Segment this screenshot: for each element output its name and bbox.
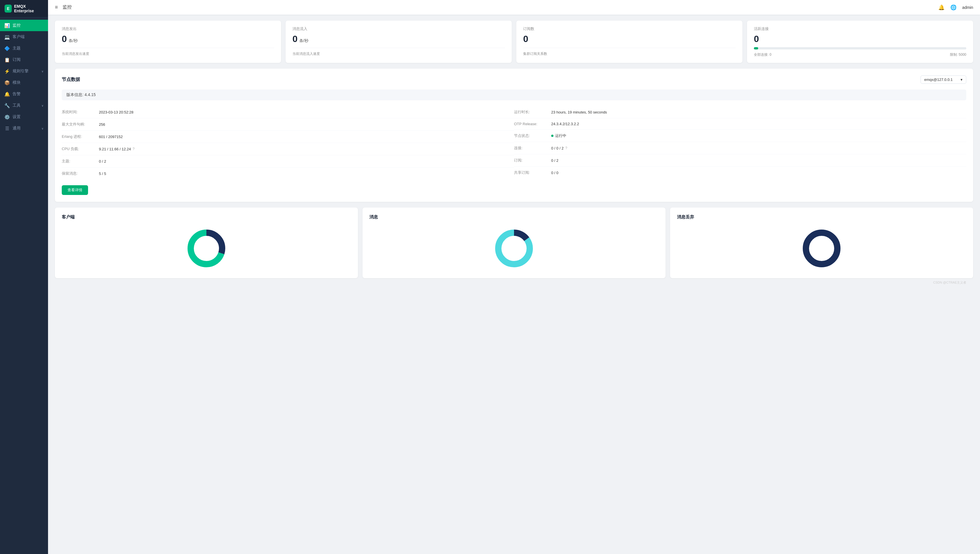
info-row: Erlang 进程: 601 / 2097152 [62,131,514,143]
nav-icon-monitor: 📊 [5,23,10,28]
info-value: 24.3.4.2/12.3.2.2 [551,122,579,126]
info-row: 连接: 0 / 0 / 2? [514,142,966,154]
sidebar-item-clients[interactable]: 💻 客户端 [0,31,48,43]
info-row: 保留消息: 5 / 5 [62,167,514,180]
language-icon[interactable]: 🌐 [950,4,956,11]
info-value: 运行中 [551,133,566,138]
connections-progress-fill [754,47,758,49]
info-label: 连接: [514,145,551,151]
info-value: 23 hours, 19 minutes, 50 seconds [551,110,607,115]
chart-card-dropped: 消息丢弃 [670,207,973,278]
stat-label-subscriptions: 订阅数 [523,26,736,32]
info-label: 订阅: [514,158,551,163]
sidebar-logo: E EMQX Enterprise [0,0,48,18]
stat-desc-subscriptions: 集群订阅关系数 [523,51,736,56]
page-title: 监控 [63,4,72,10]
menu-toggle-icon[interactable]: ≡ [55,4,58,10]
nav-icon-tools: 🔧 [5,103,10,108]
sidebar-item-monitor[interactable]: 📊 监控 [0,20,48,31]
chevron-down-icon: ∨ [41,127,43,130]
info-value: 256 [99,123,105,127]
info-grid: 系统时间: 2023-03-13 20:52:28 最大文件句柄: 256 Er… [62,106,966,180]
chevron-down-icon: ∨ [41,70,43,73]
info-row: 订阅: 0 / 2 [514,154,966,167]
nav-label-topics: 主题 [13,46,43,51]
stat-value-subscriptions: 0 [523,34,736,44]
stat-value-msg-in: 0 条/秒 [293,34,505,44]
help-icon[interactable]: ? [565,146,567,150]
logo-text: EMQX Enterprise [14,4,43,13]
nav-label-general: 通用 [13,126,38,131]
info-value: 0 / 0 / 2? [551,146,567,150]
nav-icon-rules: ⚡ [5,68,10,74]
stat-card-msg-in: 消息流入 0 条/秒 当前消息流入速度 [286,21,512,63]
info-label: 节点状态: [514,133,551,138]
nav-icon-settings: ⚙️ [5,115,10,119]
sidebar: E EMQX Enterprise 📊 监控 💻 客户端 🔷 主题 📋 订阅 ⚡… [0,0,48,554]
notification-icon[interactable]: 🔔 [938,4,945,11]
stat-value-connections: 0 [754,34,966,44]
info-label: 共享订阅: [514,170,551,175]
node-section-title: 节点数据 [62,76,80,83]
stat-card-connections: 活跃连接 0 全部连接: 0 限制: 5000 [747,21,973,63]
info-row: CPU 负载: 9.21 / 11.66 / 12.24? [62,143,514,155]
nav-label-subscriptions: 订阅 [13,57,43,62]
info-label: CPU 负载: [62,146,99,151]
node-selector[interactable]: emqx@127.0.0.1 ▾ [921,75,966,84]
stat-card-msg-out: 消息发出 0 条/秒 当前消息发出速度 [55,21,281,63]
chevron-down-icon: ▾ [961,78,963,82]
info-value: 0 / 2 [99,159,106,164]
status-dot [551,135,554,137]
sidebar-item-rules[interactable]: ⚡ 规则引擎 ∨ [0,65,48,77]
sidebar-item-general[interactable]: ☰ 通用 ∨ [0,123,48,134]
info-value: 9.21 / 11.66 / 12.24? [99,147,135,151]
help-icon[interactable]: ? [133,147,135,151]
sidebar-item-settings[interactable]: ⚙️ 设置 [0,111,48,123]
chart-donut-dropped [677,226,966,271]
connections-progress-bar [754,47,966,49]
content-area: 消息发出 0 条/秒 当前消息发出速度 消息流入 0 条/秒 当前消息流入速度 [48,15,980,554]
stat-desc-msg-in: 当前消息流入速度 [293,51,505,56]
node-section-header: 节点数据 emqx@127.0.0.1 ▾ [62,75,966,84]
info-label: 系统时间: [62,110,99,115]
sidebar-item-modules[interactable]: 📦 模块 [0,77,48,88]
header: ≡ 监控 🔔 🌐 admin [48,0,980,15]
chart-donut-messages [369,226,659,271]
info-label: 主题: [62,159,99,164]
stat-card-subscriptions: 订阅数 0 集群订阅关系数 [516,21,743,63]
info-value: 601 / 2097152 [99,135,123,139]
sidebar-item-subscriptions[interactable]: 📋 订阅 [0,54,48,65]
info-value: 0 / 2 [551,158,558,162]
user-menu[interactable]: admin [962,5,973,10]
info-row: 运行时长: 23 hours, 19 minutes, 50 seconds [514,106,966,118]
connections-total: 全部连接: 0 [754,52,771,57]
main-area: ≡ 监控 🔔 🌐 admin 消息发出 0 条/秒 当前消息发出速度 [48,0,980,554]
info-label: 保留消息: [62,171,99,176]
nav-icon-subscriptions: 📋 [5,57,10,62]
chart-title-messages: 消息 [369,214,659,220]
info-row: 节点状态: 运行中 [514,130,966,142]
sidebar-item-alerts[interactable]: 🔔 告警 [0,88,48,100]
nav-label-modules: 模块 [13,80,43,85]
info-row: OTP Release: 24.3.4.2/12.3.2.2 [514,118,966,130]
nav-label-clients: 客户端 [13,34,43,40]
info-row: 最大文件句柄: 256 [62,118,514,131]
chart-card-clients: 客户端 [55,207,358,278]
info-row: 系统时间: 2023-03-13 20:52:28 [62,106,514,118]
nav-icon-alerts: 🔔 [5,91,10,97]
node-data-section: 节点数据 emqx@127.0.0.1 ▾ 版本信息: 4.4.15 系统时间:… [55,68,973,202]
stat-desc-msg-out: 当前消息发出速度 [62,51,274,56]
sidebar-item-topics[interactable]: 🔷 主题 [0,43,48,54]
nav-icon-clients: 💻 [5,34,10,40]
connections-bottom: 全部连接: 0 限制: 5000 [754,52,966,57]
sidebar-item-tools[interactable]: 🔧 工具 ∨ [0,100,48,111]
info-value: 2023-03-13 20:52:28 [99,110,134,115]
nav-label-rules: 规则引擎 [13,68,38,74]
sidebar-nav: 📊 监控 💻 客户端 🔷 主题 📋 订阅 ⚡ 规则引擎 ∨ 📦 模块 🔔 告警 … [0,18,48,554]
chevron-down-icon: ∨ [41,104,43,107]
info-value: 5 / 5 [99,172,106,176]
view-detail-button[interactable]: 查看详情 [62,185,88,195]
info-row: 主题: 0 / 2 [62,155,514,167]
info-label: OTP Release: [514,122,551,126]
nav-icon-general: ☰ [5,126,10,131]
